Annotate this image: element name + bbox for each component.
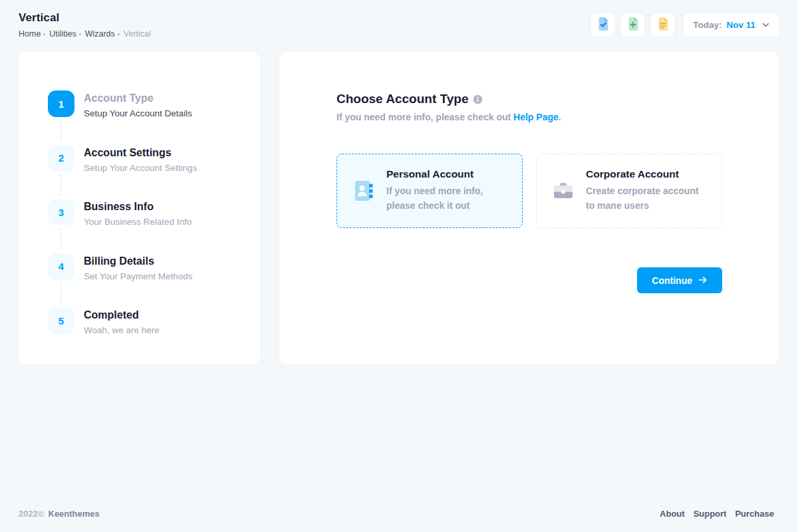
step-title: Account Type (84, 92, 192, 105)
option-description: Create corporate account to mane users (586, 184, 708, 213)
step-subtitle: Your Business Related Info (84, 216, 192, 228)
step-title: Account Settings (84, 146, 197, 160)
continue-button[interactable]: Continue (637, 267, 722, 293)
step-subtitle: Setup Your Account Details (84, 108, 192, 120)
footer-copyright: 2022© Keenthemes (19, 509, 100, 519)
step-subtitle: Set Your Payment Methods (84, 271, 193, 283)
breadcrumb-item-current: Vertical (124, 29, 151, 39)
wizard-page: Vertical Home Utilities Wizards Vertical (0, 0, 798, 532)
step-number-badge: 2 (48, 145, 74, 172)
date-picker-button[interactable]: Today: Nov 11 (684, 13, 779, 37)
option-title: Personal Account (386, 168, 509, 180)
page-title: Vertical (19, 11, 151, 25)
wizard-step-completed[interactable]: 5 Completed Woah, we are here (48, 307, 240, 336)
option-corporate-account[interactable]: Corporate Account Create corporate accou… (536, 154, 722, 228)
form-actions: Continue (336, 267, 722, 293)
step-text: Account Settings Setup Your Account Sett… (84, 145, 197, 174)
wizard-form-content: Choose Account Type If you need more inf… (336, 52, 722, 293)
wizard-stepper-card: 1 Account Type Setup Your Account Detail… (19, 52, 260, 364)
page-header: Vertical Home Utilities Wizards Vertical (0, 0, 798, 52)
step-number-badge: 5 (48, 307, 74, 334)
footer-link-support[interactable]: Support (694, 509, 727, 519)
step-text: Account Type Setup Your Account Details (84, 90, 192, 120)
copyright-brand-link[interactable]: Keenthemes (49, 509, 100, 519)
account-type-options: Personal Account If you need more info, … (336, 154, 722, 228)
step-title: Completed (84, 309, 160, 322)
arrow-right-icon (698, 275, 708, 286)
info-icon[interactable] (473, 94, 483, 104)
wizard-step-business-info[interactable]: 3 Business Info Your Business Related In… (48, 199, 240, 228)
main-content: 1 Account Type Setup Your Account Detail… (0, 52, 798, 364)
breadcrumb-item-utilities[interactable]: Utilities (49, 29, 76, 39)
wizard-step-billing-details[interactable]: 4 Billing Details Set Your Payment Metho… (48, 253, 240, 283)
breadcrumb-separator-dot (118, 33, 120, 35)
step-number-badge: 3 (48, 199, 74, 225)
breadcrumb-item-wizards[interactable]: Wizards (85, 29, 115, 39)
step-subtitle: Woah, we are here (84, 325, 160, 336)
option-text: Corporate Account Create corporate accou… (586, 168, 708, 213)
file-check-icon (596, 17, 610, 34)
option-text: Personal Account If you need more info, … (386, 168, 509, 213)
wizard-form-card: Choose Account Type If you need more inf… (279, 52, 779, 364)
form-subtitle: If you need more info, please check out … (336, 112, 722, 122)
form-subtitle-text: If you need more info, please check out (336, 112, 513, 122)
header-left: Vertical Home Utilities Wizards Vertical (19, 11, 151, 39)
option-description: If you need more info, please check it o… (386, 184, 509, 213)
footer-link-purchase[interactable]: Purchase (735, 509, 774, 519)
step-text: Business Info Your Business Related Info (84, 199, 192, 228)
step-title: Business Info (84, 200, 192, 213)
step-text: Billing Details Set Your Payment Methods (84, 253, 193, 283)
copyright-year: 2022© (19, 509, 45, 519)
date-picker-value: Nov 11 (726, 20, 755, 30)
file-lines-icon (656, 17, 670, 34)
file-lines-button[interactable] (651, 13, 674, 37)
option-title: Corporate Account (586, 168, 708, 180)
date-picker-label: Today: (693, 20, 722, 30)
continue-button-label: Continue (652, 275, 692, 286)
breadcrumb: Home Utilities Wizards Vertical (19, 29, 151, 39)
form-heading-text: Choose Account Type (336, 92, 468, 106)
step-subtitle: Setup Your Account Settings (84, 162, 197, 174)
header-toolbar: Today: Nov 11 (591, 13, 779, 37)
help-page-link[interactable]: Help Page (513, 112, 559, 122)
briefcase-icon (551, 179, 575, 203)
file-check-button[interactable] (591, 13, 614, 37)
option-personal-account[interactable]: Personal Account If you need more info, … (336, 154, 523, 228)
breadcrumb-item-home[interactable]: Home (19, 29, 41, 39)
breadcrumb-separator-dot (43, 33, 45, 35)
chevron-down-icon (761, 21, 770, 29)
wizard-step-account-type[interactable]: 1 Account Type Setup Your Account Detail… (48, 90, 240, 120)
form-heading: Choose Account Type (336, 92, 722, 106)
footer-links: About Support Purchase (660, 509, 774, 519)
step-number-badge: 4 (48, 253, 74, 280)
step-number-badge: 1 (48, 90, 74, 117)
step-text: Completed Woah, we are here (84, 307, 160, 336)
step-title: Billing Details (84, 255, 193, 268)
file-plus-button[interactable] (621, 13, 644, 37)
form-subtitle-period: . (559, 112, 561, 122)
page-footer: 2022© Keenthemes About Support Purchase (0, 509, 798, 532)
file-plus-icon (626, 17, 640, 34)
wizard-step-account-settings[interactable]: 2 Account Settings Setup Your Account Se… (48, 145, 240, 174)
address-book-icon (352, 179, 376, 203)
breadcrumb-separator-dot (79, 33, 81, 35)
footer-link-about[interactable]: About (660, 509, 685, 519)
